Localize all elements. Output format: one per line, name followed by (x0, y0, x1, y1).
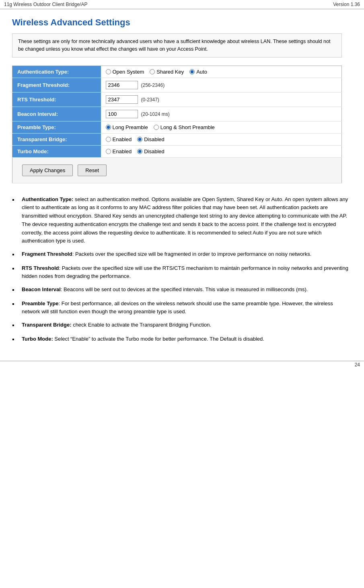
reset-button[interactable]: Reset (78, 164, 107, 176)
setting-label-0: Authentication Type: (12, 66, 101, 78)
setting-value-6: EnabledDisabled (101, 145, 342, 157)
settings-row: Fragment Threshold:(256-2346) (12, 78, 342, 92)
radio-input-4-1[interactable] (154, 125, 159, 130)
settings-table: Authentication Type:Open SystemShared Ke… (12, 66, 342, 183)
setting-label-5: Transparent Bridge: (12, 133, 101, 145)
setting-label-6: Turbo Mode: (12, 145, 101, 157)
radio-option-4-0[interactable]: Long Preamble (106, 124, 148, 130)
desc-item-6: ▪Turbo Mode: Select “Enable” to activate… (12, 335, 350, 344)
radio-label-4-0: Long Preamble (113, 124, 148, 130)
desc-body-6: Select “Enable” to activate the Turbo mo… (53, 336, 264, 342)
desc-item-0: ▪Authentication Type: select an authenti… (12, 195, 350, 246)
setting-label-2: RTS Threshold: (12, 92, 101, 107)
radio-label-6-0: Enabled (113, 148, 132, 154)
desc-text-6: Turbo Mode: Select “Enable” to activate … (22, 335, 350, 344)
setting-label-3: Beacon Interval: (12, 107, 101, 121)
desc-text-3: Beacon Interval: Beacons will be sent ou… (22, 286, 350, 294)
radio-option-6-1[interactable]: Disabled (137, 148, 165, 154)
desc-item-1: ▪Fragment Threshold: Packets over the sp… (12, 250, 350, 259)
bullet-icon-5: ▪ (12, 321, 20, 330)
setting-value-4: Long PreambleLong & Short Preamble (101, 121, 342, 133)
header-right: Version 1.36 (333, 2, 360, 7)
desc-term-4: Preamble Type (22, 300, 59, 306)
desc-term-2: RTS Threshold (22, 265, 59, 271)
desc-text-0: Authentication Type: select an authentic… (22, 195, 350, 246)
settings-row: Authentication Type:Open SystemShared Ke… (12, 66, 342, 78)
desc-term-3: Beacon Interval (22, 286, 61, 292)
radio-label-5-0: Enabled (113, 136, 132, 142)
settings-row: Turbo Mode:EnabledDisabled (12, 145, 342, 157)
header-left: 11g Wireless Outdoor Client Bridge/AP (4, 2, 87, 7)
bullet-icon-4: ▪ (12, 300, 20, 317)
settings-row: Transparent Bridge:EnabledDisabled (12, 133, 342, 145)
desc-item-4: ▪Preamble Type: For best performance, al… (12, 300, 350, 317)
radio-input-0-1[interactable] (150, 69, 155, 74)
radio-option-5-1[interactable]: Disabled (137, 136, 165, 142)
radio-option-5-0[interactable]: Enabled (106, 136, 132, 142)
text-input-1[interactable] (106, 81, 138, 89)
radio-option-0-2[interactable]: Auto (189, 69, 207, 75)
desc-item-3: ▪Beacon Interval: Beacons will be sent o… (12, 286, 350, 294)
radio-label-0-2: Auto (196, 69, 207, 75)
radio-label-5-1: Disabled (144, 136, 165, 142)
radio-label-6-1: Disabled (144, 148, 165, 154)
bullet-icon-2: ▪ (12, 264, 20, 281)
radio-input-0-0[interactable] (106, 69, 111, 74)
desc-term-6: Turbo Mode: (22, 336, 53, 342)
desc-body-1: : Packets over the specified size will b… (72, 251, 312, 257)
settings-row: Beacon Interval:(20-1024 ms) (12, 107, 342, 121)
setting-label-1: Fragment Threshold: (12, 78, 101, 92)
text-input-3[interactable] (106, 110, 138, 118)
setting-label-4: Preamble Type: (12, 121, 101, 133)
radio-label-0-0: Open System (113, 69, 144, 75)
desc-text-5: Transparent Bridge: check Enable to acti… (22, 321, 350, 330)
description-section: ▪Authentication Type: select an authenti… (12, 195, 350, 344)
setting-value-1: (256-2346) (101, 78, 342, 92)
bullet-icon-6: ▪ (12, 335, 20, 344)
desc-body-0: select an authentication method. Options… (22, 196, 348, 244)
bullet-icon-1: ▪ (12, 250, 20, 259)
radio-option-6-0[interactable]: Enabled (106, 148, 132, 154)
desc-item-5: ▪Transparent Bridge: check Enable to act… (12, 321, 350, 330)
settings-row: RTS Threshold:(0-2347) (12, 92, 342, 107)
desc-body-5: check Enable to activate the Transparent… (72, 322, 212, 328)
radio-option-0-1[interactable]: Shared Key (150, 69, 184, 75)
desc-body-4: : For best performance, all devices on t… (22, 300, 333, 315)
radio-input-4-0[interactable] (106, 125, 111, 130)
page-number: 24 (355, 362, 360, 368)
range-hint-1: (256-2346) (141, 82, 165, 88)
radio-input-6-1[interactable] (137, 149, 142, 154)
desc-term-1: Fragment Threshold (22, 251, 72, 257)
radio-label-4-1: Long & Short Preamble (160, 124, 215, 130)
radio-option-0-0[interactable]: Open System (106, 69, 144, 75)
settings-row: Preamble Type:Long PreambleLong & Short … (12, 121, 342, 133)
radio-input-5-0[interactable] (106, 137, 111, 142)
radio-input-6-0[interactable] (106, 149, 111, 154)
range-hint-2: (0-2347) (141, 97, 159, 103)
desc-text-1: Fragment Threshold: Packets over the spe… (22, 250, 350, 259)
desc-body-3: : Beacons will be sent out to devices at… (61, 286, 308, 292)
apply-button[interactable]: Apply Changes (22, 164, 73, 176)
desc-item-2: ▪RTS Threshold: Packets over the specifi… (12, 264, 350, 281)
page-title: Wireless Advanced Settings (12, 17, 352, 28)
desc-text-4: Preamble Type: For best performance, all… (22, 300, 350, 317)
radio-label-0-1: Shared Key (156, 69, 184, 75)
radio-input-0-2[interactable] (189, 69, 195, 74)
setting-value-3: (20-1024 ms) (101, 107, 342, 121)
radio-input-5-1[interactable] (137, 137, 142, 142)
range-hint-3: (20-1024 ms) (141, 111, 170, 117)
text-input-2[interactable] (106, 95, 138, 104)
intro-text: These settings are only for more technic… (12, 33, 342, 58)
buttons-row-tr: Apply Changes Reset (12, 157, 342, 183)
desc-term-0: Authentication Type: (22, 196, 73, 202)
radio-option-4-1[interactable]: Long & Short Preamble (154, 124, 215, 130)
bullet-icon-3: ▪ (12, 286, 20, 294)
desc-term-5: Transparent Bridge: (22, 322, 72, 328)
bullet-icon-0: ▪ (12, 195, 20, 246)
desc-text-2: RTS Threshold: Packets over the specifie… (22, 264, 350, 281)
desc-body-2: : Packets over the specified size will u… (22, 265, 348, 280)
setting-value-5: EnabledDisabled (101, 133, 342, 145)
setting-value-2: (0-2347) (101, 92, 342, 107)
setting-value-0: Open SystemShared KeyAuto (101, 66, 342, 78)
